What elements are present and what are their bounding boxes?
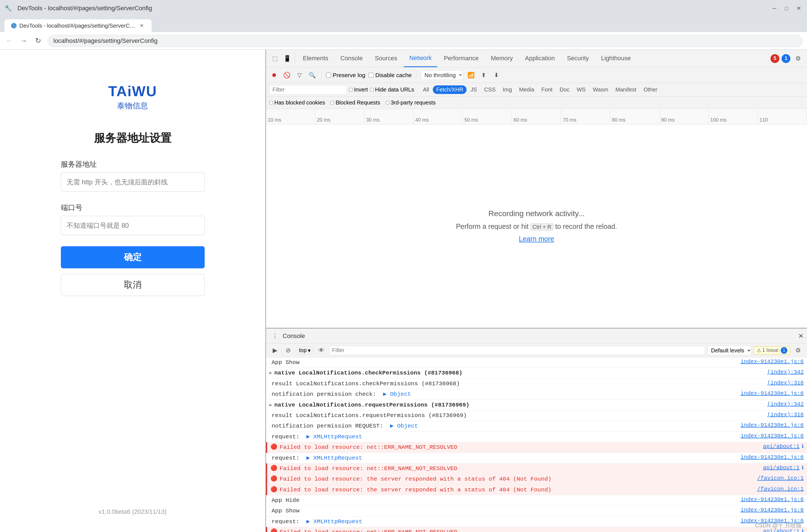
log-source[interactable]: (index):316	[767, 412, 804, 418]
tab-application[interactable]: Application	[519, 50, 560, 67]
export-button[interactable]: ⬇	[492, 71, 501, 80]
network-empty-state: Recording network activity... Perform a …	[266, 125, 807, 328]
log-source[interactable]: (index):342	[767, 369, 804, 375]
tab-elements[interactable]: Elements	[297, 50, 334, 67]
third-party-checkbox[interactable]: 3rd-party requests	[386, 99, 436, 106]
filter-fetch-xhr[interactable]: Fetch/XHR	[433, 86, 466, 94]
context-selector[interactable]: top ▾	[296, 346, 314, 355]
learn-more-link[interactable]: Learn more	[519, 235, 554, 243]
filter-img[interactable]: Img	[499, 86, 515, 94]
devtools-settings-button[interactable]: ⚙	[793, 53, 804, 64]
log-source[interactable]: index-914230e1.js:6	[740, 433, 804, 439]
console-settings-button[interactable]: ⚙	[793, 345, 804, 356]
log-content: result LocalNotifications.checkPermissio…	[272, 380, 764, 388]
minimize-button[interactable]: ─	[770, 4, 778, 12]
log-source[interactable]: index-914230e1.js:6	[740, 422, 804, 429]
reload-button[interactable]: ↻	[33, 36, 43, 46]
issue-count: 1	[781, 347, 787, 354]
devtools-inspect-button[interactable]: ⬚	[269, 53, 280, 64]
filter-manifest[interactable]: Manifest	[612, 86, 640, 94]
keyboard-shortcut: Ctrl + R	[530, 223, 553, 230]
blocked-cookies-checkbox[interactable]: Has blocked cookies	[269, 99, 325, 106]
preserve-log-input[interactable]	[326, 73, 331, 78]
issue-badge[interactable]: ⚠ 1 Issue: 1	[754, 346, 790, 355]
main-content: TAiWU 泰物信息 服务器地址设置 服务器地址 端口号 确定 取消 v1.0.…	[0, 50, 807, 532]
filter-font[interactable]: Font	[538, 86, 556, 94]
console-filter-input[interactable]	[329, 346, 705, 355]
console-log[interactable]: App Show index-914230e1.js:6 ▶ native Lo…	[266, 357, 807, 532]
back-button[interactable]: ←	[4, 36, 14, 46]
filter-other[interactable]: Other	[640, 86, 661, 94]
console-clear-button[interactable]: ⊘	[283, 345, 294, 356]
close-button[interactable]: ✕	[795, 4, 803, 12]
level-select[interactable]: Default levels	[708, 346, 751, 355]
filter-js[interactable]: JS	[467, 86, 480, 94]
throttle-select[interactable]: No throttling	[421, 70, 463, 80]
log-source[interactable]: index-914230e1.js:6	[740, 496, 804, 503]
record-button[interactable]: ⏺	[269, 71, 279, 80]
log-source[interactable]: (index):316	[767, 380, 804, 386]
tab-lighthouse[interactable]: Lighthouse	[595, 50, 636, 67]
tab-memory[interactable]: Memory	[485, 50, 518, 67]
log-row-error-4: 🔴 Failed to load resource: the server re…	[266, 485, 807, 495]
confirm-button[interactable]: 确定	[61, 246, 205, 268]
log-source[interactable]: api/about:1	[763, 443, 800, 450]
devtools-device-button[interactable]: 📱	[281, 53, 293, 64]
filter-media[interactable]: Media	[516, 86, 537, 94]
log-source[interactable]: index-914230e1.js:6	[740, 358, 804, 365]
console-close-button[interactable]: ✕	[798, 332, 804, 340]
logo-area: TAiWU 泰物信息	[108, 83, 157, 111]
log-row-result-request: result LocalNotifications.requestPermiss…	[266, 411, 807, 421]
import-button[interactable]: ⬆	[479, 71, 489, 80]
recording-desc: Perform a request or hit Ctrl + R to rec…	[456, 223, 617, 230]
clear-button[interactable]: 🚫	[282, 71, 292, 80]
filter-button[interactable]: ▽	[295, 71, 304, 80]
log-source[interactable]: api/about:1	[763, 464, 800, 471]
disable-cache-checkbox[interactable]: Disable cache	[369, 72, 412, 78]
filter-input[interactable]	[269, 85, 347, 95]
search-button[interactable]: 🔍	[308, 71, 317, 80]
tab-security[interactable]: Security	[562, 50, 594, 67]
console-execute-button[interactable]: ▶	[269, 345, 280, 356]
log-content: App Show	[272, 358, 737, 366]
filter-css[interactable]: CSS	[481, 86, 499, 94]
disable-cache-input[interactable]	[369, 73, 374, 78]
tab-close-button[interactable]: ✕	[138, 22, 145, 29]
console-eye-button[interactable]: 👁	[316, 345, 327, 356]
filter-doc[interactable]: Doc	[556, 86, 573, 94]
error-info-icon[interactable]: ℹ	[802, 528, 804, 532]
issue-icon: ⚠	[757, 347, 761, 354]
server-address-input[interactable]	[61, 172, 205, 192]
devtools-icons: ⬚ 📱	[269, 53, 295, 64]
console-title: Console	[283, 332, 305, 340]
context-label: top	[299, 347, 307, 354]
error-info-icon[interactable]: ℹ	[802, 464, 804, 471]
log-source[interactable]: /favicon.ico:1	[757, 475, 804, 481]
filter-all[interactable]: All	[420, 86, 432, 94]
blocked-requests-checkbox[interactable]: Blocked Requests	[330, 99, 380, 106]
log-source[interactable]: index-914230e1.js:6	[740, 390, 804, 397]
logo-subtitle: 泰物信息	[117, 100, 148, 111]
log-source[interactable]: index-914230e1.js:6	[740, 507, 804, 513]
filter-ws[interactable]: WS	[573, 86, 589, 94]
maximize-button[interactable]: □	[783, 4, 790, 12]
tab-sources[interactable]: Sources	[369, 50, 403, 67]
filter-wasm[interactable]: Wasm	[589, 86, 611, 94]
expand-icon[interactable]: ▶	[269, 402, 272, 407]
cancel-button[interactable]: 取消	[61, 274, 205, 296]
url-bar[interactable]: localhost/#/pages/setting/ServerConfig	[48, 35, 803, 47]
preserve-log-checkbox[interactable]: Preserve log	[326, 72, 365, 78]
tab-console[interactable]: Console	[335, 50, 368, 67]
port-input[interactable]	[61, 216, 205, 235]
error-info-icon[interactable]: ℹ	[802, 443, 804, 449]
tab-performance[interactable]: Performance	[438, 50, 484, 67]
browser-tab[interactable]: 🔧 DevTools - localhost/#/pages/setting/S…	[4, 19, 151, 32]
log-source[interactable]: /favicon.ico:1	[757, 486, 804, 492]
invert-checkbox[interactable]: Invert	[349, 87, 368, 93]
log-source[interactable]: (index):342	[767, 401, 804, 407]
expand-icon[interactable]: ▶	[269, 370, 272, 376]
log-source[interactable]: index-914230e1.js:6	[740, 454, 804, 460]
hide-data-urls-checkbox[interactable]: Hide data URLs	[370, 87, 414, 93]
forward-button[interactable]: →	[19, 36, 29, 46]
tab-network[interactable]: Network	[404, 50, 437, 67]
